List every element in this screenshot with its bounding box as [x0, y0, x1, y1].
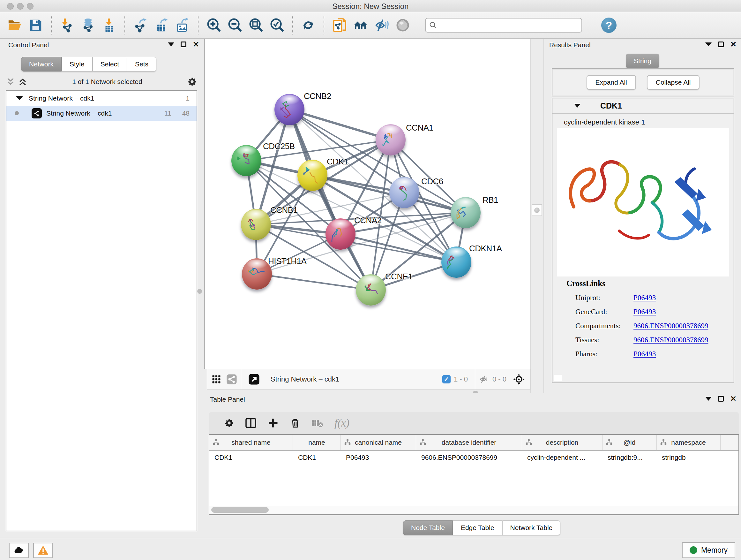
column-header-@id[interactable]: @id — [603, 435, 657, 450]
export-network-button[interactable] — [132, 16, 149, 34]
network-row-selected[interactable]: String Network – cdk1 11 48 — [6, 106, 197, 121]
export-table-button[interactable] — [153, 16, 170, 34]
apply-layout-button[interactable] — [300, 16, 317, 34]
search-input[interactable] — [437, 21, 575, 29]
table-cell[interactable]: 9606.ENSP00000378699 — [416, 451, 522, 465]
network-options-gear-icon[interactable] — [187, 77, 197, 87]
node-details-header[interactable]: CDK1 — [552, 98, 734, 114]
edge-ccnb2-ccna1[interactable] — [289, 110, 391, 140]
column-header-database-identifier[interactable]: database identifier — [416, 435, 522, 450]
tab-network[interactable]: Network — [21, 57, 62, 71]
node-ccna1[interactable] — [376, 124, 406, 155]
zoom-out-button[interactable] — [226, 16, 243, 34]
network-collection-row[interactable]: String Network – cdk1 1 — [6, 91, 197, 106]
table-cell[interactable]: cyclin-dependent ... — [522, 451, 603, 465]
panel-menu-caret-icon[interactable] — [705, 397, 712, 401]
table-cell[interactable]: stringdb — [657, 451, 721, 465]
zoom-in-button[interactable] — [205, 16, 222, 34]
zoom-selected-button[interactable] — [269, 16, 285, 34]
network-share-icon-disabled[interactable] — [226, 374, 237, 385]
node-hist1h1a[interactable] — [242, 258, 272, 290]
crosslink-link[interactable]: 9606.ENSP00000378699 — [633, 336, 709, 344]
collapse-all-button[interactable]: Collapse All — [647, 75, 700, 90]
save-session-icon — [28, 18, 43, 33]
table-horizontal-scrollbar[interactable] — [209, 506, 739, 515]
cloud-status-button[interactable] — [9, 543, 29, 558]
show-column-icon[interactable] — [245, 417, 257, 429]
table-row[interactable]: CDK1CDK1P064939606.ENSP00000378699cyclin… — [209, 451, 738, 465]
home-networks-button[interactable] — [352, 16, 369, 34]
table-cell[interactable]: CDK1 — [293, 451, 341, 465]
close-panel-icon[interactable]: ✕ — [193, 42, 199, 47]
tab-select[interactable]: Select — [92, 57, 127, 71]
table-options-gear-icon[interactable] — [224, 418, 234, 428]
node-ccnb1[interactable] — [241, 209, 271, 240]
left-splitter-handle[interactable] — [197, 289, 202, 294]
tab-edge-table[interactable]: Edge Table — [453, 520, 502, 535]
tab-node-table[interactable]: Node Table — [403, 520, 453, 535]
import-network-file-button[interactable] — [59, 16, 75, 34]
node-ccnb2[interactable] — [274, 94, 305, 125]
hide-graphics-button[interactable] — [374, 16, 390, 34]
float-panel-icon[interactable] — [181, 42, 186, 47]
close-panel-icon[interactable]: ✕ — [730, 42, 737, 47]
column-header-description[interactable]: description — [522, 435, 603, 450]
ndex-share-button[interactable] — [331, 16, 348, 34]
memory-button[interactable]: Memory — [682, 542, 735, 558]
column-header-name[interactable]: name — [293, 435, 341, 450]
network-canvas[interactable]: CCNB2CCNA1CDC25BCDK1CDC6RB1CCNB1CCNA2CDK… — [204, 39, 530, 369]
column-header-shared-name[interactable]: shared name — [209, 435, 293, 450]
node-ccna2[interactable] — [326, 219, 355, 250]
float-panel-icon[interactable] — [718, 396, 724, 401]
hidden-elements-eye-icon[interactable] — [479, 374, 489, 384]
right-splitter-handle[interactable] — [532, 204, 542, 216]
panel-menu-caret-icon[interactable] — [168, 43, 174, 46]
collapse-all-chevron-icon[interactable] — [6, 77, 15, 86]
zoom-fit-button[interactable] — [248, 16, 264, 34]
node-cdc25b[interactable] — [231, 145, 261, 176]
node-table[interactable]: shared namenamecanonical namedatabase id… — [209, 434, 739, 515]
node-cdk1[interactable] — [297, 160, 327, 191]
level-of-detail-button[interactable] — [394, 16, 411, 34]
export-image-button[interactable] — [174, 16, 191, 34]
delete-column-trash-icon[interactable] — [290, 418, 300, 428]
crosslink-link[interactable]: P06493 — [633, 350, 656, 358]
column-header-namespace[interactable]: namespace — [657, 435, 721, 450]
expand-all-chevron-icon[interactable] — [18, 77, 27, 86]
close-panel-icon[interactable]: ✕ — [730, 396, 737, 401]
node-rb1[interactable] — [451, 197, 481, 228]
help-button[interactable]: ? — [601, 17, 616, 33]
crosslink-link[interactable]: 9606.ENSP00000378699 — [633, 322, 709, 330]
edge-hist1h1a-ccne1[interactable] — [257, 274, 371, 290]
detach-view-icon[interactable] — [248, 374, 260, 385]
grid-view-icon[interactable] — [212, 374, 221, 384]
table-cell[interactable]: stringdb:9... — [603, 451, 657, 465]
expand-all-button[interactable]: Expand All — [587, 75, 636, 90]
node-cdkn1a[interactable] — [441, 246, 471, 278]
import-table-button[interactable] — [101, 16, 118, 34]
node-cdc6[interactable] — [389, 177, 419, 208]
save-session-button[interactable] — [27, 16, 44, 34]
table-cell[interactable]: P06493 — [341, 451, 416, 465]
tree-expand-caret-icon[interactable] — [16, 96, 23, 100]
column-header-canonical-name[interactable]: canonical name — [341, 435, 416, 450]
tab-string[interactable]: String — [626, 54, 659, 68]
open-session-button[interactable] — [6, 16, 23, 34]
fit-selected-crosshair-icon[interactable] — [513, 373, 525, 385]
crosslink-link[interactable]: P06493 — [633, 294, 656, 302]
crosslink-link[interactable]: P06493 — [633, 308, 656, 316]
collapse-entry-caret-icon[interactable] — [574, 104, 581, 108]
right-splitter[interactable] — [530, 39, 543, 393]
scrollbar-thumb[interactable] — [211, 507, 269, 513]
tab-sets[interactable]: Sets — [127, 57, 156, 71]
node-ccne1[interactable] — [356, 274, 386, 306]
panel-menu-caret-icon[interactable] — [705, 43, 712, 46]
table-cell[interactable]: CDK1 — [209, 451, 293, 465]
import-network-database-button[interactable] — [80, 16, 96, 34]
create-column-plus-icon[interactable] — [267, 417, 279, 429]
tab-network-table[interactable]: Network Table — [502, 520, 561, 535]
selected-nodes-checkbox-icon[interactable]: ✓ — [442, 375, 451, 383]
tab-style[interactable]: Style — [62, 57, 92, 71]
warnings-button[interactable] — [33, 543, 53, 558]
float-panel-icon[interactable] — [718, 42, 724, 47]
